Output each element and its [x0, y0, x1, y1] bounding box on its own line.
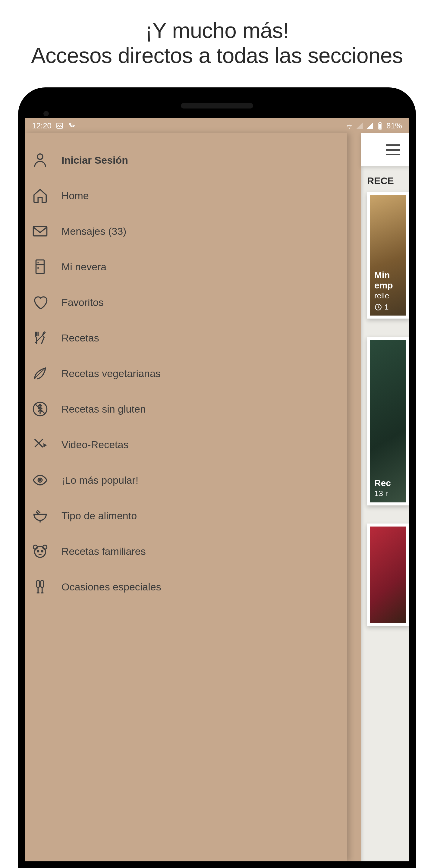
status-bar: 12:20 — [25, 118, 409, 133]
sidebar-item-messages[interactable]: Mensajes (33) — [28, 213, 341, 249]
sidebar-item-label: ¡Lo más popular! — [61, 474, 138, 486]
sidebar-item-label: Recetas — [61, 332, 99, 344]
sidebar-item-label: Recetas vegetarianas — [61, 368, 161, 379]
main-header — [361, 133, 409, 166]
svg-rect-3 — [379, 122, 381, 123]
recipe-card[interactable] — [367, 524, 409, 626]
navigation-drawer: Iniciar Sesión Home Mensajes (33) — [25, 133, 347, 861]
glasses-icon — [30, 578, 51, 595]
bear-icon — [30, 542, 51, 560]
user-icon — [30, 151, 51, 169]
battery-percent: 81% — [386, 121, 402, 130]
sidebar-item-glutenfree[interactable]: Recetas sin gluten — [28, 391, 341, 427]
section-title: RECE — [367, 176, 409, 192]
sidebar-item-label: Mi nevera — [61, 261, 106, 273]
recipe-card[interactable]: Rec 13 r — [367, 337, 409, 505]
card-title-2: emp — [374, 280, 402, 290]
card-subtitle: 13 r — [374, 489, 402, 498]
sidebar-item-label: Home — [61, 190, 89, 202]
phone-speaker — [181, 103, 253, 108]
sidebar-item-food-type[interactable]: Tipo de alimento — [28, 498, 341, 533]
signal-icon — [366, 122, 374, 130]
sidebar-item-label: Ocasiones especiales — [61, 581, 161, 593]
sidebar-item-label: Favoritos — [61, 297, 104, 308]
svg-rect-6 — [33, 226, 47, 236]
card-subtitle: relle — [374, 291, 402, 301]
sidebar-item-video-recipes[interactable]: Video-Recetas — [28, 427, 341, 462]
sidebar-item-label: Mensajes (33) — [61, 225, 126, 237]
battery-icon — [376, 122, 384, 130]
sidebar-item-vegetarian[interactable]: Recetas vegetarianas — [28, 355, 341, 391]
fridge-icon — [30, 258, 51, 276]
heart-icon — [30, 293, 51, 311]
clock-icon — [374, 303, 382, 311]
svg-point-5 — [37, 154, 43, 159]
status-time: 12:20 — [32, 121, 52, 130]
sidebar-item-label: Tipo de alimento — [61, 510, 137, 522]
svg-rect-2 — [379, 124, 381, 129]
recipe-card[interactable]: Min emp relle 1 — [367, 192, 409, 318]
sidebar-item-occasions[interactable]: Ocasiones especiales — [28, 569, 341, 604]
svg-point-14 — [39, 479, 41, 481]
sidebar-item-popular[interactable]: ¡Lo más popular! — [28, 462, 341, 498]
sidebar-item-label: Iniciar Sesión — [61, 154, 128, 166]
leaf-icon — [30, 365, 51, 382]
sidebar-item-label: Recetas sin gluten — [61, 403, 146, 415]
video-utensils-icon — [30, 436, 51, 453]
card-title: Min — [374, 270, 402, 280]
utensils-icon — [30, 329, 51, 347]
sidebar-item-fridge[interactable]: Mi nevera — [28, 249, 341, 284]
svg-point-19 — [41, 551, 43, 552]
sidebar-item-home[interactable]: Home — [28, 178, 341, 213]
sidebar-item-recipes[interactable]: Recetas — [28, 320, 341, 355]
bowl-icon — [30, 507, 51, 524]
sidebar-item-label: Video-Recetas — [61, 439, 128, 451]
sidebar-item-login[interactable]: Iniciar Sesión — [28, 142, 341, 178]
eye-icon — [30, 471, 51, 489]
signal-weak-icon — [355, 122, 364, 130]
sidebar-item-label: Recetas familiares — [61, 546, 146, 557]
sidebar-item-family[interactable]: Recetas familiares — [28, 533, 341, 569]
image-icon — [56, 122, 64, 130]
svg-point-15 — [35, 547, 45, 557]
content-underlay: RECE Min emp relle 1 — [361, 133, 409, 861]
card-title: Rec — [374, 478, 402, 488]
missed-call-icon — [68, 122, 76, 130]
phone-frame: 12:20 — [18, 87, 416, 868]
hamburger-icon[interactable] — [386, 144, 400, 155]
home-icon — [30, 187, 51, 204]
svg-point-18 — [37, 551, 39, 552]
phone-camera — [43, 111, 49, 116]
app-screen: 12:20 — [25, 118, 409, 861]
envelope-icon — [30, 222, 51, 240]
card-time: 1 — [384, 303, 389, 311]
sidebar-item-favorites[interactable]: Favoritos — [28, 284, 341, 320]
svg-rect-7 — [36, 260, 44, 274]
gluten-free-icon — [30, 400, 51, 418]
marketing-title: ¡Y mucho más!Accesos directos a todas la… — [0, 0, 434, 77]
wifi-icon — [345, 122, 353, 130]
